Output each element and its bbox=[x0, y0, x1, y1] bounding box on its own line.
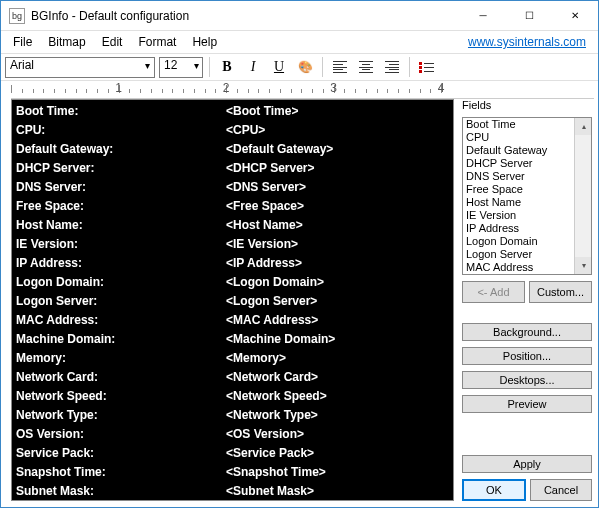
fields-item[interactable]: Free Space bbox=[463, 183, 591, 196]
menu-edit[interactable]: Edit bbox=[94, 33, 131, 51]
editor-field-label: Subnet Mask: bbox=[16, 482, 226, 501]
editor-row: CPU:<CPU> bbox=[16, 121, 449, 140]
titlebar: bg BGInfo - Default configuration ─ ☐ ✕ bbox=[1, 1, 598, 31]
editor-row: Logon Server:<Logon Server> bbox=[16, 292, 449, 311]
font-size-select[interactable]: 12 bbox=[159, 57, 203, 78]
italic-button[interactable]: I bbox=[242, 56, 264, 78]
editor-field-value: <CPU> bbox=[226, 121, 265, 140]
position-button[interactable]: Position... bbox=[462, 347, 592, 365]
editor-row: Default Gateway:<Default Gateway> bbox=[16, 140, 449, 159]
editor-row: Network Speed:<Network Speed> bbox=[16, 387, 449, 406]
align-right-button[interactable] bbox=[381, 56, 403, 78]
editor-row: MAC Address:<MAC Address> bbox=[16, 311, 449, 330]
font-select[interactable]: Arial bbox=[5, 57, 155, 78]
editor-row: Memory:<Memory> bbox=[16, 349, 449, 368]
color-button[interactable]: 🎨 bbox=[294, 56, 316, 78]
fields-listbox[interactable]: Boot TimeCPUDefault GatewayDHCP ServerDN… bbox=[462, 117, 592, 275]
editor-field-label: Free Space: bbox=[16, 197, 226, 216]
editor-row: Subnet Mask:<Subnet Mask> bbox=[16, 482, 449, 501]
app-icon: bg bbox=[9, 8, 25, 24]
preview-button[interactable]: Preview bbox=[462, 395, 592, 413]
editor-field-label: Logon Domain: bbox=[16, 273, 226, 292]
editor-field-label: DNS Server: bbox=[16, 178, 226, 197]
editor-field-label: Default Gateway: bbox=[16, 140, 226, 159]
editor-field-label: Network Speed: bbox=[16, 387, 226, 406]
sysinternals-link[interactable]: www.sysinternals.com bbox=[468, 35, 586, 49]
editor-row: Logon Domain:<Logon Domain> bbox=[16, 273, 449, 292]
editor-field-label: IP Address: bbox=[16, 254, 226, 273]
fields-item[interactable]: IP Address bbox=[463, 222, 591, 235]
editor-field-value: <Network Speed> bbox=[226, 387, 327, 406]
apply-button[interactable]: Apply bbox=[462, 455, 592, 473]
editor-field-value: <Memory> bbox=[226, 349, 286, 368]
custom-button[interactable]: Custom... bbox=[529, 281, 592, 303]
cancel-button[interactable]: Cancel bbox=[530, 479, 592, 501]
menu-bitmap[interactable]: Bitmap bbox=[40, 33, 93, 51]
editor-field-value: <Logon Server> bbox=[226, 292, 317, 311]
editor-field-value: <IE Version> bbox=[226, 235, 298, 254]
editor-field-label: Host Name: bbox=[16, 216, 226, 235]
editor-field-label: Service Pack: bbox=[16, 444, 226, 463]
fields-item[interactable]: DHCP Server bbox=[463, 157, 591, 170]
fields-item[interactable]: Logon Domain bbox=[463, 235, 591, 248]
fields-scrollbar[interactable] bbox=[574, 118, 591, 274]
background-button[interactable]: Background... bbox=[462, 323, 592, 341]
fields-item[interactable]: Boot Time bbox=[463, 118, 591, 131]
editor-field-label: Snapshot Time: bbox=[16, 463, 226, 482]
editor-row: Network Card:<Network Card> bbox=[16, 368, 449, 387]
editor-field-value: <Network Type> bbox=[226, 406, 318, 425]
menu-format[interactable]: Format bbox=[130, 33, 184, 51]
editor-row: IE Version:<IE Version> bbox=[16, 235, 449, 254]
fields-item[interactable]: CPU bbox=[463, 131, 591, 144]
menu-help[interactable]: Help bbox=[184, 33, 225, 51]
editor-field-value: <Service Pack> bbox=[226, 444, 314, 463]
window-title: BGInfo - Default configuration bbox=[31, 9, 460, 23]
desktops-button[interactable]: Desktops... bbox=[462, 371, 592, 389]
editor-field-value: <Subnet Mask> bbox=[226, 482, 314, 501]
bullets-button[interactable] bbox=[416, 56, 438, 78]
menubar: File Bitmap Edit Format Help www.sysinte… bbox=[1, 31, 598, 53]
editor-row: OS Version:<OS Version> bbox=[16, 425, 449, 444]
editor-row: Free Space:<Free Space> bbox=[16, 197, 449, 216]
editor-row: DNS Server:<DNS Server> bbox=[16, 178, 449, 197]
editor-field-value: <Machine Domain> bbox=[226, 330, 335, 349]
fields-label: Fields bbox=[462, 99, 592, 111]
editor-field-value: <Snapshot Time> bbox=[226, 463, 326, 482]
fields-item[interactable]: Default Gateway bbox=[463, 144, 591, 157]
align-left-button[interactable] bbox=[329, 56, 351, 78]
format-toolbar: Arial 12 B I U 🎨 bbox=[1, 53, 598, 81]
editor-field-value: <Network Card> bbox=[226, 368, 318, 387]
ruler[interactable]: 1234 bbox=[11, 81, 594, 99]
underline-button[interactable]: U bbox=[268, 56, 290, 78]
editor-field-value: <IP Address> bbox=[226, 254, 302, 273]
fields-item[interactable]: IE Version bbox=[463, 209, 591, 222]
editor-field-value: <Default Gateway> bbox=[226, 140, 333, 159]
maximize-button[interactable]: ☐ bbox=[506, 1, 552, 30]
fields-item[interactable]: Host Name bbox=[463, 196, 591, 209]
editor-row: Network Type:<Network Type> bbox=[16, 406, 449, 425]
fields-item[interactable]: Logon Server bbox=[463, 248, 591, 261]
editor-row: Boot Time:<Boot Time> bbox=[16, 102, 449, 121]
add-button[interactable]: <- Add bbox=[462, 281, 525, 303]
editor-field-label: CPU: bbox=[16, 121, 226, 140]
editor-field-label: IE Version: bbox=[16, 235, 226, 254]
editor-field-value: <DNS Server> bbox=[226, 178, 306, 197]
minimize-button[interactable]: ─ bbox=[460, 1, 506, 30]
bold-button[interactable]: B bbox=[216, 56, 238, 78]
editor-field-label: Memory: bbox=[16, 349, 226, 368]
ok-button[interactable]: OK bbox=[462, 479, 526, 501]
editor-field-value: <DHCP Server> bbox=[226, 159, 315, 178]
editor-field-value: <MAC Address> bbox=[226, 311, 318, 330]
editor-area[interactable]: Boot Time:<Boot Time>CPU:<CPU>Default Ga… bbox=[11, 99, 454, 501]
editor-field-label: Boot Time: bbox=[16, 102, 226, 121]
close-button[interactable]: ✕ bbox=[552, 1, 598, 30]
editor-row: DHCP Server:<DHCP Server> bbox=[16, 159, 449, 178]
editor-field-label: Machine Domain: bbox=[16, 330, 226, 349]
editor-field-label: Network Card: bbox=[16, 368, 226, 387]
fields-item[interactable]: MAC Address bbox=[463, 261, 591, 274]
editor-field-value: <Boot Time> bbox=[226, 102, 298, 121]
editor-field-value: <OS Version> bbox=[226, 425, 304, 444]
align-center-button[interactable] bbox=[355, 56, 377, 78]
menu-file[interactable]: File bbox=[5, 33, 40, 51]
fields-item[interactable]: DNS Server bbox=[463, 170, 591, 183]
